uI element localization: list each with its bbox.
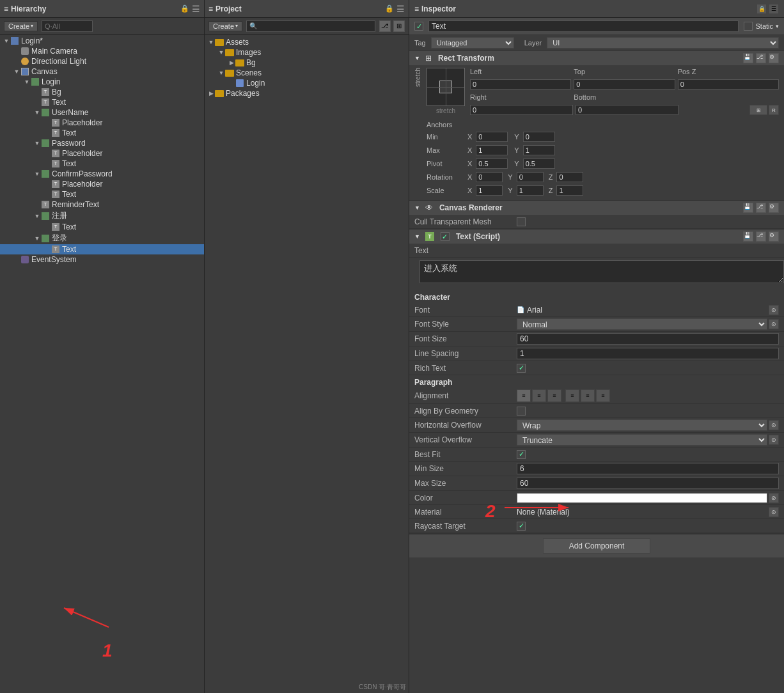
font-style-expand-btn[interactable]: ⊙	[769, 319, 779, 329]
static-dropdown-icon[interactable]: ▾	[776, 23, 779, 29]
font-style-dropdown[interactable]: Normal Bold Italic Bold And Italic	[517, 318, 767, 330]
tag-dropdown[interactable]: Untagged	[431, 37, 514, 49]
vertical-overflow-dropdown[interactable]: Truncate Overflow	[517, 434, 767, 446]
project-item-bg[interactable]: ▶ Bg	[205, 58, 409, 68]
project-options-icon[interactable]: ☰	[396, 4, 405, 14]
project-item-images[interactable]: ▼ Images	[205, 47, 409, 58]
rotation-x-input[interactable]	[476, 172, 503, 182]
pivot-y-input[interactable]	[523, 159, 555, 169]
blueprint-btn[interactable]: ⊞	[749, 105, 767, 115]
tree-item-zhuce[interactable]: ▼ 注册	[0, 210, 204, 222]
bottom-input[interactable]	[576, 105, 678, 115]
top-input[interactable]	[574, 79, 675, 90]
cull-transparent-checkbox[interactable]	[517, 217, 526, 226]
project-item-assets[interactable]: ▼ Assets	[205, 37, 409, 47]
text-script-branch-icon[interactable]: ⎇	[756, 231, 766, 242]
min-y-input[interactable]	[523, 132, 555, 142]
material-select-btn[interactable]: ⊙	[769, 507, 779, 517]
align-right-top-btn[interactable]: ≡	[547, 389, 561, 402]
tree-item-placeholder3[interactable]: T Placeholder	[0, 179, 204, 189]
min-size-input[interactable]	[517, 463, 779, 474]
project-icon-btn2[interactable]: ⊞	[393, 20, 405, 32]
project-icon-btn1[interactable]: ⎇	[379, 20, 391, 32]
font-size-input[interactable]	[517, 333, 779, 345]
max-y-input[interactable]	[523, 145, 555, 155]
rich-text-checkbox[interactable]	[517, 364, 526, 373]
canvas-renderer-header[interactable]: ▼ 👁 Canvas Renderer 💾 ⎇ ⚙	[409, 201, 784, 215]
text-script-save-icon[interactable]: 💾	[743, 231, 753, 242]
R-btn[interactable]: R	[769, 105, 779, 115]
static-checkbox[interactable]	[744, 22, 753, 31]
pivot-x-input[interactable]	[476, 159, 508, 169]
hierarchy-search-input[interactable]	[42, 20, 93, 32]
max-size-input[interactable]	[517, 478, 779, 489]
tree-item-main-camera[interactable]: Main Camera	[0, 46, 204, 56]
left-input[interactable]	[470, 79, 571, 90]
text-content-textarea[interactable]: 进入系统	[419, 260, 784, 283]
tree-item-text6-selected[interactable]: T Text	[0, 244, 204, 254]
tree-item-canvas[interactable]: ▼ Canvas	[0, 66, 204, 77]
inspector-menu-icon[interactable]: ≡	[414, 4, 419, 13]
scale-z-input[interactable]	[556, 185, 583, 196]
project-item-scenes[interactable]: ▼ Scenes	[205, 68, 409, 78]
gameobject-enabled-checkbox[interactable]	[414, 22, 423, 31]
gameobject-name-input[interactable]	[428, 20, 739, 32]
tree-item-remindertext[interactable]: T ReminderText	[0, 199, 204, 210]
text-script-enabled-checkbox[interactable]	[441, 232, 450, 241]
min-x-input[interactable]	[476, 132, 508, 142]
rect-transform-gear-icon[interactable]: ⚙	[769, 53, 779, 63]
text-script-gear-icon[interactable]: ⚙	[769, 231, 779, 242]
max-x-input[interactable]	[476, 145, 508, 155]
tree-item-text3[interactable]: T Text	[0, 159, 204, 169]
tree-item-denglu[interactable]: ▼ 登录	[0, 232, 204, 244]
right-input[interactable]	[470, 105, 573, 115]
inspector-options-btn[interactable]: ☰	[769, 4, 779, 14]
align-by-geometry-checkbox[interactable]	[517, 407, 526, 416]
align-left-top-btn[interactable]: ≡	[517, 389, 531, 402]
align-center-mid-btn[interactable]: ≡	[581, 389, 595, 402]
hierarchy-lock-icon[interactable]: 🔒	[180, 4, 189, 13]
anchor-preset-box[interactable]	[427, 68, 465, 106]
hierarchy-menu-icon[interactable]: ≡	[4, 4, 8, 13]
tree-item-bg[interactable]: T Bg	[0, 87, 204, 97]
text-script-header[interactable]: ▼ T Text (Script) 💾 ⎇ ⚙	[409, 230, 784, 244]
tree-item-text1[interactable]: T Text	[0, 97, 204, 107]
horiz-overflow-expand-btn[interactable]: ⊙	[769, 420, 779, 430]
canvas-renderer-gear-icon[interactable]: ⚙	[769, 203, 779, 213]
raycast-target-checkbox[interactable]	[517, 522, 526, 531]
line-spacing-input[interactable]	[517, 348, 779, 359]
project-item-login-scene[interactable]: Login	[205, 78, 409, 88]
scale-y-input[interactable]	[517, 185, 544, 196]
tree-item-login[interactable]: ▼ Login*	[0, 36, 204, 46]
tree-item-eventsystem[interactable]: EventSystem	[0, 254, 204, 265]
project-item-packages[interactable]: ▶ Packages	[205, 88, 409, 98]
best-fit-checkbox[interactable]	[517, 450, 526, 459]
horizontal-overflow-dropdown[interactable]: Wrap Overflow	[517, 419, 767, 431]
rect-transform-branch-icon[interactable]: ⎇	[756, 53, 766, 63]
tree-item-placeholder2[interactable]: T Placeholder	[0, 148, 204, 159]
add-component-button[interactable]: Add Component	[543, 538, 651, 554]
project-menu-icon[interactable]: ≡	[208, 4, 213, 13]
tree-item-username[interactable]: ▼ UserName	[0, 107, 204, 118]
font-select-btn[interactable]: ⊙	[769, 305, 779, 315]
tree-item-login-child[interactable]: ▼ Login	[0, 77, 204, 87]
color-swatch[interactable]	[517, 493, 767, 503]
tree-item-text2[interactable]: T Text	[0, 128, 204, 138]
rotation-y-input[interactable]	[517, 172, 544, 182]
layer-dropdown[interactable]: UI	[547, 37, 779, 49]
tree-item-placeholder1[interactable]: T Placeholder	[0, 118, 204, 128]
color-eyedropper-btn[interactable]: ⊘	[769, 493, 779, 503]
tree-item-confirmpassword[interactable]: ▼ ConfirmPassword	[0, 169, 204, 179]
hierarchy-create-button[interactable]: Create ▾	[4, 21, 38, 31]
rotation-z-input[interactable]	[556, 172, 583, 182]
tree-item-text4[interactable]: T Text	[0, 189, 204, 199]
align-right-mid-btn[interactable]: ≡	[596, 389, 610, 402]
hierarchy-options-icon[interactable]: ☰	[192, 4, 200, 14]
scale-x-input[interactable]	[476, 185, 503, 196]
tree-item-text5[interactable]: T Text	[0, 222, 204, 232]
vert-overflow-expand-btn[interactable]: ⊙	[769, 435, 779, 445]
canvas-renderer-save-icon[interactable]: 💾	[743, 203, 753, 213]
canvas-renderer-branch-icon[interactable]: ⎇	[756, 203, 766, 213]
align-left-mid-btn[interactable]: ≡	[565, 389, 579, 402]
tree-item-directional-light[interactable]: Directional Light	[0, 56, 204, 66]
